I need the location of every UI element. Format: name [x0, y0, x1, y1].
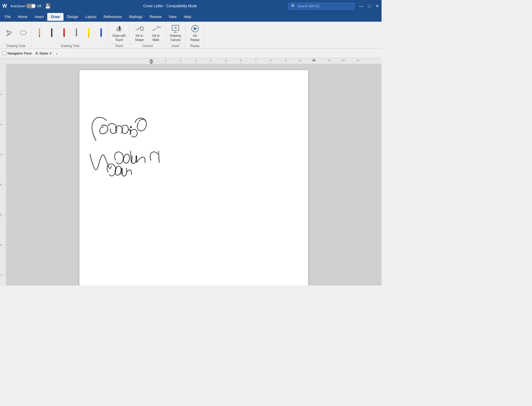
svg-marker-17 [76, 36, 77, 38]
search-icon: 🔍 [291, 4, 296, 8]
svg-text:2: 2 [180, 59, 181, 62]
drawing-canvas-label: Drawing [170, 34, 181, 38]
svg-text:10: 10 [299, 59, 302, 62]
ruler-horizontal: 1 2 3 4 5 6 7 8 9 10 11 12 13 14 [0, 58, 382, 64]
tab-home[interactable]: Home [14, 13, 31, 21]
group-convert: Ink to Shape f(x) Ink to Math Convert [130, 22, 166, 48]
insert-group-label: Insert [168, 43, 183, 48]
touch-items: Draw with Touch [111, 23, 128, 43]
ruler-vertical: -1 -2 -3 -4 -5 -6 -7 [0, 64, 6, 286]
tab-draw[interactable]: Draw [47, 13, 63, 21]
nav-pane-checkbox[interactable] [2, 51, 6, 55]
group-replay: Ink Replay Replay [185, 22, 205, 48]
group-drawing-tools: Drawing Tools [1, 22, 32, 48]
search-input[interactable] [298, 4, 346, 8]
pen-black-button[interactable] [46, 27, 57, 38]
svg-text:9: 9 [285, 59, 287, 62]
svg-rect-35 [0, 58, 382, 64]
ink-to-math-label: Ink to [152, 34, 159, 38]
ink-to-shape-label: Ink to [136, 34, 143, 38]
tab-mailings[interactable]: Mailings [125, 13, 146, 21]
group-pens: ✦ Drawing Tools [32, 22, 109, 48]
svg-rect-19 [88, 34, 90, 36]
drawing-tools-label: Drawing Tools [2, 43, 30, 48]
svg-rect-62 [0, 64, 6, 286]
ink-replay-button[interactable]: Ink Replay [187, 23, 203, 43]
handwriting-content [79, 70, 308, 286]
svg-marker-20 [88, 36, 90, 38]
word-logo: W [2, 3, 7, 9]
styles-label: Styles [39, 52, 48, 55]
tab-references[interactable]: References [100, 13, 125, 21]
tab-design[interactable]: Design [63, 13, 82, 21]
nav-pane-label: Navigation Pane [8, 52, 32, 55]
tab-view[interactable]: View [165, 13, 180, 21]
ink-replay-label2: Replay [190, 38, 200, 42]
svg-marker-13 [63, 36, 64, 38]
insert-items: Drawing Canvas [168, 23, 183, 43]
ink-to-math-button[interactable]: f(x) Ink to Math [148, 23, 164, 43]
minimize-button[interactable]: — [359, 4, 363, 8]
svg-text:-7: -7 [0, 274, 2, 276]
svg-rect-3 [39, 36, 40, 36]
svg-rect-12 [63, 36, 64, 36]
drawing-tools-items [2, 23, 30, 43]
lasso-tool-button[interactable] [17, 27, 30, 39]
styles-dropdown[interactable]: A Styles ∨ [36, 51, 52, 55]
pens-items: ✦ [34, 23, 107, 43]
convert-group-label: Convert [131, 43, 164, 48]
tab-file[interactable]: File [1, 13, 14, 21]
pen-blue-button[interactable]: ✦ [95, 27, 107, 38]
search-box[interactable]: 🔍 [288, 3, 354, 10]
svg-text:-4: -4 [0, 184, 2, 186]
save-button[interactable]: 💾 [45, 3, 51, 9]
pen-grey-button[interactable] [71, 27, 82, 38]
content-area: -1 -2 -3 -4 -5 -6 -7 [0, 64, 382, 286]
replay-group-label: Replay [187, 43, 203, 48]
document-area [6, 64, 382, 286]
ink-to-shape-label2: Shape [135, 38, 144, 42]
svg-marker-24 [101, 36, 101, 38]
document-page [79, 70, 308, 286]
svg-rect-8 [51, 36, 52, 36]
svg-rect-23 [101, 36, 101, 36]
ink-replay-label: Ink [193, 34, 197, 38]
draw-with-touch-button[interactable]: Draw with Touch [111, 23, 128, 43]
svg-text:f(x): f(x) [157, 25, 161, 29]
tab-insert[interactable]: Insert [31, 13, 47, 21]
pen-red-button[interactable] [58, 27, 70, 38]
ink-to-math-label2: Math [153, 38, 159, 42]
pen-yellow-button[interactable] [83, 27, 94, 38]
tab-help[interactable]: Help [180, 13, 195, 21]
svg-text:4: 4 [210, 59, 212, 62]
nav-pane-control[interactable]: Navigation Pane [2, 51, 32, 55]
svg-marker-9 [51, 36, 52, 38]
autosave-knob [32, 4, 35, 8]
autosave-control[interactable]: AutoSave Off [11, 4, 41, 8]
extra-dropdown[interactable]: ⌄ [55, 51, 58, 55]
draw-with-touch-label: Draw with [113, 34, 126, 38]
svg-text:5: 5 [225, 59, 227, 62]
svg-rect-6 [51, 28, 53, 35]
pen-tan-button[interactable] [34, 27, 45, 38]
drawing-canvas-button[interactable]: Drawing Canvas [168, 23, 183, 43]
svg-rect-5 [39, 33, 40, 34]
styles-icon: A [36, 51, 38, 55]
autosave-toggle[interactable] [26, 4, 36, 8]
svg-rect-14 [76, 28, 77, 35]
tab-layout[interactable]: Layout [82, 13, 100, 21]
tab-review[interactable]: Review [146, 13, 165, 21]
svg-text:13: 13 [342, 59, 345, 62]
svg-text:1: 1 [165, 59, 166, 62]
maximize-button[interactable]: □ [368, 4, 371, 8]
svg-text:-1: -1 [0, 93, 2, 96]
close-button[interactable]: ✕ [376, 4, 379, 8]
select-tool-button[interactable] [2, 27, 16, 39]
svg-marker-34 [194, 27, 197, 30]
drawing-tools-label2: Drawing Tools [34, 43, 107, 48]
drawing-canvas-label2: Canvas [170, 38, 181, 42]
extra-dropdown-arrow: ⌄ [55, 51, 58, 55]
svg-text:-3: -3 [0, 154, 2, 156]
ink-to-shape-button[interactable]: Ink to Shape [131, 23, 147, 43]
svg-rect-27 [141, 27, 143, 31]
